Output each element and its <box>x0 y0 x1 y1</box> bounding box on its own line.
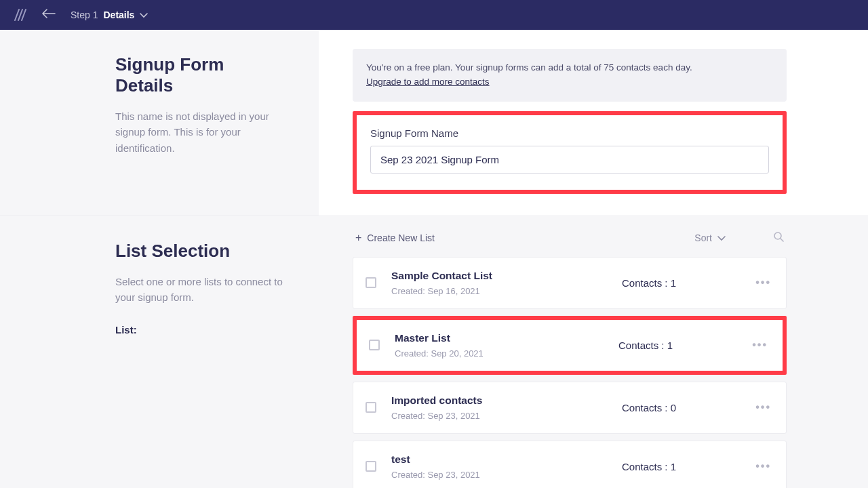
sort-dropdown[interactable]: Sort <box>694 232 726 243</box>
list-contacts: Contacts : 1 <box>622 277 744 289</box>
list-created: Created: Sep 16, 2021 <box>391 286 622 296</box>
step-name: Details <box>103 9 134 20</box>
search-icon[interactable] <box>773 231 784 245</box>
list-created: Created: Sep 23, 2021 <box>391 411 622 421</box>
lists-heading: List Selection <box>115 241 286 262</box>
list-created: Created: Sep 23, 2021 <box>391 470 622 480</box>
lists-container: Sample Contact ListCreated: Sep 16, 2021… <box>353 257 787 488</box>
details-heading: Signup Form Details <box>115 54 286 96</box>
more-icon[interactable]: ••• <box>744 401 771 413</box>
form-name-label: Signup Form Name <box>370 127 769 139</box>
chevron-down-icon <box>717 232 726 243</box>
list-checkbox[interactable] <box>366 277 376 288</box>
lists-description: Select one or more lists to connect to y… <box>115 274 286 306</box>
list-item[interactable]: testCreated: Sep 23, 2021Contacts : 1••• <box>353 441 787 488</box>
step-label: Step 1 <box>71 9 98 20</box>
list-name: test <box>391 453 622 466</box>
more-icon[interactable]: ••• <box>744 277 771 289</box>
list-name: Sample Contact List <box>391 270 622 282</box>
list-checkbox[interactable] <box>369 340 380 350</box>
chevron-down-icon <box>140 9 148 21</box>
list-item[interactable]: Sample Contact ListCreated: Sep 16, 2021… <box>353 257 787 309</box>
form-name-block: Signup Form Name <box>353 111 787 194</box>
list-label: List: <box>115 324 286 336</box>
details-description: This name is not displayed in your signu… <box>115 108 286 156</box>
upgrade-link[interactable]: Upgrade to add more contacts <box>366 77 490 87</box>
more-icon[interactable]: ••• <box>741 339 768 351</box>
create-list-button[interactable]: + Create New List <box>355 232 435 243</box>
lists-sidebar: List Selection Select one or more lists … <box>0 216 319 488</box>
details-sidebar: Signup Form Details This name is not dis… <box>0 30 319 216</box>
list-checkbox[interactable] <box>366 461 376 472</box>
list-contacts: Contacts : 0 <box>622 402 744 413</box>
plus-icon: + <box>355 232 361 243</box>
plan-notice-text: You're on a free plan. Your signup forms… <box>366 62 692 73</box>
more-icon[interactable]: ••• <box>744 460 771 472</box>
list-name: Imported contacts <box>391 394 622 407</box>
list-name: Master List <box>395 332 618 344</box>
form-name-input[interactable] <box>370 146 769 174</box>
list-item[interactable]: Master ListCreated: Sep 20, 2021Contacts… <box>357 320 783 371</box>
back-icon[interactable] <box>42 9 56 21</box>
step-dropdown[interactable]: Step 1 Details <box>71 9 148 21</box>
list-contacts: Contacts : 1 <box>622 461 744 472</box>
list-contacts: Contacts : 1 <box>618 340 741 351</box>
list-created: Created: Sep 20, 2021 <box>395 348 618 359</box>
list-checkbox[interactable] <box>366 402 376 413</box>
topbar: Step 1 Details <box>0 0 868 30</box>
create-list-label: Create New List <box>367 232 435 243</box>
plan-notice: You're on a free plan. Your signup forms… <box>353 49 787 102</box>
sort-label: Sort <box>694 232 712 243</box>
list-item[interactable]: Imported contactsCreated: Sep 23, 2021Co… <box>353 382 787 434</box>
logo-icon <box>14 7 27 23</box>
